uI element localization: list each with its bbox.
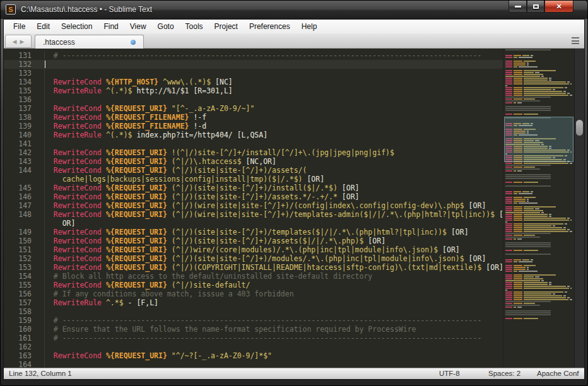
code-row: 148 RewriteCond %{REQUEST_URI} (^|/)(wir… xyxy=(4,210,503,219)
tab-label: .htaccess xyxy=(43,38,131,47)
code-row: 163 RewriteCond %{REQUEST_URI} "^/~?[-_.… xyxy=(4,351,503,360)
caret-position: Line 132, Column 1 xyxy=(9,370,72,377)
close-icon: ✕ xyxy=(556,3,562,11)
code-row: 142 RewriteCond %{REQUEST_URI} !(^|/)sit… xyxy=(4,148,503,157)
code-row: OR] xyxy=(4,219,503,228)
code-row: 143 RewriteCond %{REQUEST_URI} (^|/)\.ht… xyxy=(4,157,503,166)
menu-tools[interactable]: Tools xyxy=(180,20,209,33)
tab-htaccess[interactable]: .htaccess xyxy=(35,35,144,49)
code-row: 136 xyxy=(4,95,503,104)
scrollbar-thumb[interactable] xyxy=(576,120,583,136)
sublime-text-window: S C:\Masaustu\.htaccess • - Sublime Text… xyxy=(0,0,588,386)
menu-project[interactable]: Project xyxy=(209,20,244,33)
minimize-button[interactable] xyxy=(509,1,527,13)
menu-preferences[interactable]: Preferences xyxy=(244,20,296,33)
code-row: 152 RewriteCond %{REQUEST_URI} (^|/)(sit… xyxy=(4,254,503,263)
code-row: 160 # Ensure that the URL follows the na… xyxy=(4,325,503,334)
code-row: 149 RewriteCond %{REQUEST_URI} (^|/)(sit… xyxy=(4,228,503,237)
app-icon: S xyxy=(6,4,16,15)
code-row: 159 # ----------------------------------… xyxy=(4,316,503,325)
code-row: 137 RewriteCond %{REQUEST_URI} "[^-_.a-z… xyxy=(4,104,503,113)
code-row: 164 xyxy=(4,360,503,368)
encoding-indicator[interactable]: UTF-8 xyxy=(439,370,460,377)
code-row: 138 RewriteCond %{REQUEST_FILENAME} !-f xyxy=(4,113,503,122)
code-row: 155 RewriteCond %{REQUEST_URI} (^|/)site… xyxy=(4,281,503,290)
modified-dot-icon xyxy=(131,40,136,45)
code-rows: 131 # ----------------------------------… xyxy=(4,51,503,368)
code-row: 154 # Block all http access to the defau… xyxy=(4,272,503,281)
minimap[interactable] xyxy=(503,49,574,368)
indent-indicator[interactable]: Spaces: 2 xyxy=(488,370,520,377)
menu-goto[interactable]: Goto xyxy=(152,20,180,33)
maximize-button[interactable] xyxy=(527,1,544,13)
menu-find[interactable]: Find xyxy=(98,20,124,33)
code-row: 139 RewriteCond %{REQUEST_FILENAME} !-d xyxy=(4,122,503,131)
code-row: cache|logs|backups|sessions|config|insta… xyxy=(4,175,503,184)
code-row: 133 xyxy=(4,69,503,78)
code-row: 141 xyxy=(4,139,503,148)
code-row: 132 xyxy=(4,60,503,69)
tab-nav-box: ◀ ▶ xyxy=(5,35,32,48)
menu-bar: File Edit Selection Find View Goto Tools… xyxy=(4,20,584,33)
code-row: 131 # ----------------------------------… xyxy=(4,51,503,60)
code-row: 156 # If any conditions above match, iss… xyxy=(4,290,503,298)
nav-back-icon[interactable]: ◀ xyxy=(13,38,17,45)
overflow-menu-icon[interactable] xyxy=(572,37,579,44)
status-bar: Line 132, Column 1 UTF-8 Spaces: 2 Apach… xyxy=(4,368,584,379)
close-button[interactable]: ✕ xyxy=(544,1,573,13)
title-bar[interactable]: S C:\Masaustu\.htaccess • - Sublime Text… xyxy=(1,1,587,19)
syntax-indicator[interactable]: Apache Conf xyxy=(537,370,579,377)
maximize-icon xyxy=(533,4,539,9)
nav-forward-icon[interactable]: ▶ xyxy=(20,38,25,45)
menu-file[interactable]: File xyxy=(8,20,31,33)
text-cursor xyxy=(45,61,45,68)
minimap-content xyxy=(503,49,574,321)
code-row: 147 RewriteCond %{REQUEST_URI} (^|/)(wir… xyxy=(4,201,503,210)
minimap-viewport[interactable] xyxy=(504,117,573,162)
window-title: C:\Masaustu\.htaccess • - Sublime Text xyxy=(21,5,152,14)
menu-edit[interactable]: Edit xyxy=(31,20,56,33)
menu-help[interactable]: Help xyxy=(296,20,323,33)
code-row: 162 xyxy=(4,342,503,351)
tab-bar: ◀ ▶ .htaccess xyxy=(4,33,584,49)
editor-pane[interactable]: 131 # ----------------------------------… xyxy=(4,49,584,368)
code-row: 144 RewriteCond %{REQUEST_URI} (^|/)(sit… xyxy=(4,166,503,175)
code-row: 158 xyxy=(4,307,503,316)
window-controls: ✕ xyxy=(509,1,573,13)
code-row: 150 RewriteCond %{REQUEST_URI} (^|/)(sit… xyxy=(4,237,503,245)
client-area: File Edit Selection Find View Goto Tools… xyxy=(3,19,585,380)
minimize-icon xyxy=(515,6,521,8)
code-row: 146 RewriteCond %{REQUEST_URI} (^|/)(sit… xyxy=(4,192,503,201)
code-row: 157 RewriteRule ^.*$ - [F,L] xyxy=(4,298,503,307)
code-row: 135 RewriteRule ^(.*)$ http://%1/$1 [R=3… xyxy=(4,86,503,95)
menu-selection[interactable]: Selection xyxy=(56,20,98,33)
code-row: 161 # ----------------------------------… xyxy=(4,334,503,342)
code-row: 134 RewriteCond %{HTTP_HOST} ^www\.(.*)$… xyxy=(4,78,503,86)
code-row: 145 RewriteCond %{REQUEST_URI} (^|/)(sit… xyxy=(4,184,503,192)
vertical-scrollbar[interactable] xyxy=(574,49,584,368)
code-row: 153 RewriteCond %{REQUEST_URI} (^|/)(COP… xyxy=(4,263,503,272)
code-row: 140 RewriteRule ^(.*)$ index.php?it=/htt… xyxy=(4,131,503,139)
code-row: 151 RewriteCond %{REQUEST_URI} (^|/)wire… xyxy=(4,245,503,254)
menu-view[interactable]: View xyxy=(124,20,152,33)
